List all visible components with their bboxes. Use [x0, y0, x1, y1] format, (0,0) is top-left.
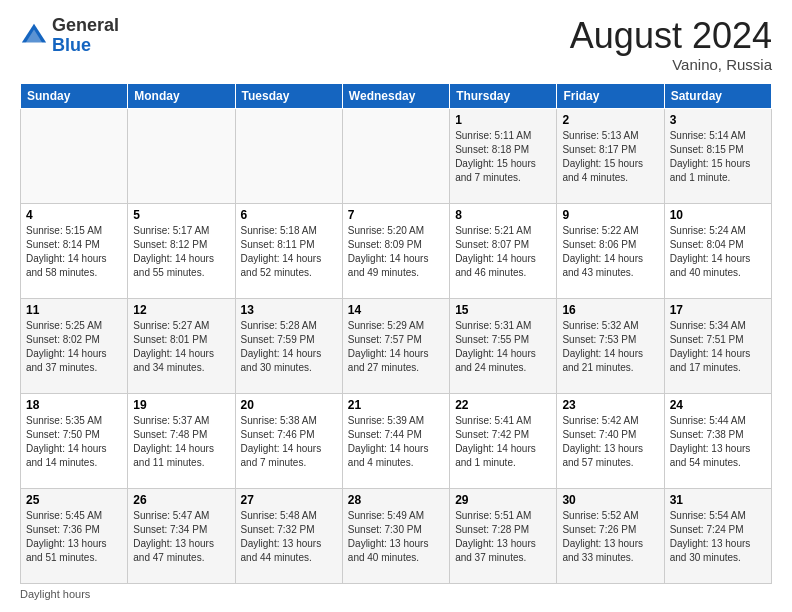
day-number: 23 — [562, 398, 658, 412]
calendar-body: 1Sunrise: 5:11 AM Sunset: 8:18 PM Daylig… — [21, 108, 772, 583]
day-info: Sunrise: 5:18 AM Sunset: 8:11 PM Dayligh… — [241, 224, 337, 280]
day-number: 7 — [348, 208, 444, 222]
calendar-cell-5-4: 28Sunrise: 5:49 AM Sunset: 7:30 PM Dayli… — [342, 488, 449, 583]
day-number: 18 — [26, 398, 122, 412]
day-info: Sunrise: 5:45 AM Sunset: 7:36 PM Dayligh… — [26, 509, 122, 565]
day-info: Sunrise: 5:52 AM Sunset: 7:26 PM Dayligh… — [562, 509, 658, 565]
calendar-cell-5-1: 25Sunrise: 5:45 AM Sunset: 7:36 PM Dayli… — [21, 488, 128, 583]
day-info: Sunrise: 5:13 AM Sunset: 8:17 PM Dayligh… — [562, 129, 658, 185]
month-title: August 2024 — [570, 16, 772, 56]
calendar-cell-4-1: 18Sunrise: 5:35 AM Sunset: 7:50 PM Dayli… — [21, 393, 128, 488]
calendar-cell-2-5: 8Sunrise: 5:21 AM Sunset: 8:07 PM Daylig… — [450, 203, 557, 298]
day-header-sunday: Sunday — [21, 83, 128, 108]
calendar-cell-1-7: 3Sunrise: 5:14 AM Sunset: 8:15 PM Daylig… — [664, 108, 771, 203]
day-info: Sunrise: 5:11 AM Sunset: 8:18 PM Dayligh… — [455, 129, 551, 185]
calendar-cell-1-4 — [342, 108, 449, 203]
day-info: Sunrise: 5:34 AM Sunset: 7:51 PM Dayligh… — [670, 319, 766, 375]
week-row-1: 1Sunrise: 5:11 AM Sunset: 8:18 PM Daylig… — [21, 108, 772, 203]
day-info: Sunrise: 5:25 AM Sunset: 8:02 PM Dayligh… — [26, 319, 122, 375]
calendar-cell-1-6: 2Sunrise: 5:13 AM Sunset: 8:17 PM Daylig… — [557, 108, 664, 203]
day-number: 17 — [670, 303, 766, 317]
day-number: 26 — [133, 493, 229, 507]
calendar-cell-2-4: 7Sunrise: 5:20 AM Sunset: 8:09 PM Daylig… — [342, 203, 449, 298]
day-info: Sunrise: 5:28 AM Sunset: 7:59 PM Dayligh… — [241, 319, 337, 375]
day-number: 29 — [455, 493, 551, 507]
day-number: 16 — [562, 303, 658, 317]
day-info: Sunrise: 5:35 AM Sunset: 7:50 PM Dayligh… — [26, 414, 122, 470]
day-number: 4 — [26, 208, 122, 222]
calendar-cell-2-3: 6Sunrise: 5:18 AM Sunset: 8:11 PM Daylig… — [235, 203, 342, 298]
calendar-cell-3-7: 17Sunrise: 5:34 AM Sunset: 7:51 PM Dayli… — [664, 298, 771, 393]
day-number: 19 — [133, 398, 229, 412]
day-number: 13 — [241, 303, 337, 317]
day-info: Sunrise: 5:37 AM Sunset: 7:48 PM Dayligh… — [133, 414, 229, 470]
day-info: Sunrise: 5:32 AM Sunset: 7:53 PM Dayligh… — [562, 319, 658, 375]
day-number: 31 — [670, 493, 766, 507]
day-header-wednesday: Wednesday — [342, 83, 449, 108]
day-info: Sunrise: 5:27 AM Sunset: 8:01 PM Dayligh… — [133, 319, 229, 375]
location: Vanino, Russia — [570, 56, 772, 73]
day-number: 21 — [348, 398, 444, 412]
day-header-thursday: Thursday — [450, 83, 557, 108]
calendar-cell-2-6: 9Sunrise: 5:22 AM Sunset: 8:06 PM Daylig… — [557, 203, 664, 298]
calendar-cell-4-7: 24Sunrise: 5:44 AM Sunset: 7:38 PM Dayli… — [664, 393, 771, 488]
footer-note: Daylight hours — [20, 588, 772, 600]
day-header-saturday: Saturday — [664, 83, 771, 108]
day-number: 11 — [26, 303, 122, 317]
calendar-cell-5-7: 31Sunrise: 5:54 AM Sunset: 7:24 PM Dayli… — [664, 488, 771, 583]
week-row-2: 4Sunrise: 5:15 AM Sunset: 8:14 PM Daylig… — [21, 203, 772, 298]
day-number: 5 — [133, 208, 229, 222]
calendar-cell-5-2: 26Sunrise: 5:47 AM Sunset: 7:34 PM Dayli… — [128, 488, 235, 583]
calendar-cell-1-3 — [235, 108, 342, 203]
day-number: 2 — [562, 113, 658, 127]
title-block: August 2024 Vanino, Russia — [570, 16, 772, 73]
calendar-header: SundayMondayTuesdayWednesdayThursdayFrid… — [21, 83, 772, 108]
week-row-5: 25Sunrise: 5:45 AM Sunset: 7:36 PM Dayli… — [21, 488, 772, 583]
day-header-friday: Friday — [557, 83, 664, 108]
calendar-cell-4-5: 22Sunrise: 5:41 AM Sunset: 7:42 PM Dayli… — [450, 393, 557, 488]
day-info: Sunrise: 5:48 AM Sunset: 7:32 PM Dayligh… — [241, 509, 337, 565]
day-info: Sunrise: 5:42 AM Sunset: 7:40 PM Dayligh… — [562, 414, 658, 470]
day-number: 15 — [455, 303, 551, 317]
calendar-cell-5-6: 30Sunrise: 5:52 AM Sunset: 7:26 PM Dayli… — [557, 488, 664, 583]
days-of-week-row: SundayMondayTuesdayWednesdayThursdayFrid… — [21, 83, 772, 108]
day-info: Sunrise: 5:51 AM Sunset: 7:28 PM Dayligh… — [455, 509, 551, 565]
day-number: 8 — [455, 208, 551, 222]
calendar-cell-2-7: 10Sunrise: 5:24 AM Sunset: 8:04 PM Dayli… — [664, 203, 771, 298]
day-number: 20 — [241, 398, 337, 412]
page: General Blue August 2024 Vanino, Russia … — [0, 0, 792, 612]
calendar-cell-3-5: 15Sunrise: 5:31 AM Sunset: 7:55 PM Dayli… — [450, 298, 557, 393]
calendar-cell-4-3: 20Sunrise: 5:38 AM Sunset: 7:46 PM Dayli… — [235, 393, 342, 488]
day-info: Sunrise: 5:44 AM Sunset: 7:38 PM Dayligh… — [670, 414, 766, 470]
logo-text: General Blue — [52, 16, 119, 56]
day-number: 6 — [241, 208, 337, 222]
day-info: Sunrise: 5:22 AM Sunset: 8:06 PM Dayligh… — [562, 224, 658, 280]
calendar-cell-3-6: 16Sunrise: 5:32 AM Sunset: 7:53 PM Dayli… — [557, 298, 664, 393]
day-info: Sunrise: 5:41 AM Sunset: 7:42 PM Dayligh… — [455, 414, 551, 470]
calendar-cell-3-1: 11Sunrise: 5:25 AM Sunset: 8:02 PM Dayli… — [21, 298, 128, 393]
day-info: Sunrise: 5:39 AM Sunset: 7:44 PM Dayligh… — [348, 414, 444, 470]
week-row-3: 11Sunrise: 5:25 AM Sunset: 8:02 PM Dayli… — [21, 298, 772, 393]
logo-general: General — [52, 15, 119, 35]
day-info: Sunrise: 5:47 AM Sunset: 7:34 PM Dayligh… — [133, 509, 229, 565]
day-info: Sunrise: 5:15 AM Sunset: 8:14 PM Dayligh… — [26, 224, 122, 280]
day-number: 24 — [670, 398, 766, 412]
day-number: 22 — [455, 398, 551, 412]
calendar-cell-2-2: 5Sunrise: 5:17 AM Sunset: 8:12 PM Daylig… — [128, 203, 235, 298]
day-info: Sunrise: 5:54 AM Sunset: 7:24 PM Dayligh… — [670, 509, 766, 565]
calendar-cell-4-6: 23Sunrise: 5:42 AM Sunset: 7:40 PM Dayli… — [557, 393, 664, 488]
calendar-cell-3-3: 13Sunrise: 5:28 AM Sunset: 7:59 PM Dayli… — [235, 298, 342, 393]
day-number: 12 — [133, 303, 229, 317]
day-number: 1 — [455, 113, 551, 127]
day-number: 25 — [26, 493, 122, 507]
calendar-cell-5-5: 29Sunrise: 5:51 AM Sunset: 7:28 PM Dayli… — [450, 488, 557, 583]
day-info: Sunrise: 5:29 AM Sunset: 7:57 PM Dayligh… — [348, 319, 444, 375]
day-info: Sunrise: 5:49 AM Sunset: 7:30 PM Dayligh… — [348, 509, 444, 565]
calendar-cell-1-5: 1Sunrise: 5:11 AM Sunset: 8:18 PM Daylig… — [450, 108, 557, 203]
day-info: Sunrise: 5:31 AM Sunset: 7:55 PM Dayligh… — [455, 319, 551, 375]
logo-icon — [20, 22, 48, 50]
calendar-cell-2-1: 4Sunrise: 5:15 AM Sunset: 8:14 PM Daylig… — [21, 203, 128, 298]
calendar-cell-4-4: 21Sunrise: 5:39 AM Sunset: 7:44 PM Dayli… — [342, 393, 449, 488]
day-info: Sunrise: 5:20 AM Sunset: 8:09 PM Dayligh… — [348, 224, 444, 280]
calendar-cell-5-3: 27Sunrise: 5:48 AM Sunset: 7:32 PM Dayli… — [235, 488, 342, 583]
